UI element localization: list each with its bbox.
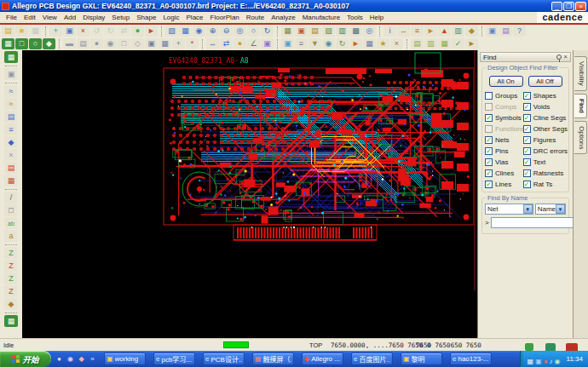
taskbar-task[interactable]: epcb学习... <box>153 353 195 365</box>
pin-icon[interactable] <box>556 54 562 60</box>
tool-window-select[interactable]: ▣ <box>145 38 158 49</box>
tool-copy[interactable]: ▣ <box>63 26 76 37</box>
tool-help[interactable]: ? <box>513 26 526 37</box>
tool-rectangle[interactable]: □ <box>118 38 130 49</box>
tool-new[interactable]: ▤ <box>2 26 14 37</box>
tab-options[interactable]: Options <box>574 121 587 155</box>
menu-place[interactable]: Place <box>183 14 207 21</box>
tool-shape-select[interactable]: ◆ <box>43 38 55 49</box>
filter-functions[interactable]: Functions <box>485 123 523 134</box>
filter-nets[interactable]: ✓Nets <box>485 135 523 145</box>
checkbox[interactable]: ✓ <box>523 125 531 133</box>
tool-zoom-by-points[interactable]: ▧ <box>165 26 178 37</box>
menu-setup[interactable]: Setup <box>108 14 133 21</box>
tool-report2[interactable]: ▥ <box>424 38 437 49</box>
tool-tune-route-4[interactable]: Z <box>4 285 18 297</box>
checkbox[interactable]: ✓ <box>485 158 493 166</box>
checkbox[interactable] <box>485 92 493 100</box>
tool-shape-add-circle[interactable]: ○ <box>29 38 42 49</box>
filter-voids[interactable]: ✓Voids <box>523 101 566 112</box>
taskbar-task[interactable]: ▣黎明 <box>401 353 442 365</box>
antivirus[interactable]: ● <box>544 358 548 365</box>
tool-report3[interactable]: ▦ <box>438 38 451 49</box>
menu-logic[interactable]: Logic <box>159 14 182 21</box>
tool-report1[interactable]: ▤ <box>411 38 424 49</box>
tool-polygon[interactable]: ◇ <box>131 38 144 49</box>
taskbar-task[interactable]: ▣working <box>104 353 146 365</box>
filter-groups[interactable]: Groups <box>485 90 523 100</box>
tool-add-text[interactable]: ab <box>4 217 18 229</box>
tool-move[interactable]: + <box>49 26 62 37</box>
tool-open[interactable]: ■ <box>15 26 28 37</box>
tool-zoom-in[interactable]: ⊕ <box>206 26 219 37</box>
tool-swatches[interactable]: ▤ <box>308 26 321 37</box>
tool-add-line[interactable]: / <box>4 192 18 204</box>
tool-tune-route-2[interactable]: Z <box>4 260 18 272</box>
tool-shape-add-rect[interactable]: □ <box>15 38 28 49</box>
overflow-chevron-icon[interactable]: » <box>88 354 97 364</box>
taskbar-task[interactable]: ▦触摸屏（... <box>252 353 294 365</box>
tool-flag[interactable]: ► <box>349 38 362 49</box>
checkbox[interactable]: ✓ <box>485 147 493 155</box>
tool-dimension[interactable]: ⇄ <box>220 38 233 49</box>
tab-find[interactable]: Find <box>574 94 587 118</box>
taskbar-task[interactable]: e百度图片... <box>351 353 393 365</box>
menu-tools[interactable]: Tools <box>343 14 366 21</box>
filter-cline-segs[interactable]: ✓Cline Segs <box>523 112 566 123</box>
design-canvas[interactable]: EV64240_82371_A0- A8 <box>22 50 477 338</box>
messenger-icon[interactable]: ● <box>55 354 64 364</box>
volume[interactable]: ♪ <box>550 358 553 365</box>
tool-unplace[interactable]: ▼ <box>308 38 321 49</box>
tool-sketch-route[interactable]: ≈ <box>4 98 18 110</box>
checkbox[interactable]: ✓ <box>485 114 493 122</box>
checkbox[interactable]: ✓ <box>523 92 531 100</box>
media-player-icon[interactable]: ◉ <box>66 354 75 364</box>
tool-color-grid[interactable]: ▦ <box>4 175 18 186</box>
filter-rat-ts[interactable]: ✓Rat Ts <box>523 179 566 189</box>
tool-verify[interactable]: ✓ <box>452 38 464 49</box>
tool-markup[interactable]: ► <box>465 38 478 49</box>
checkbox[interactable]: ✓ <box>485 169 493 177</box>
tool-copy-stack[interactable]: ▣ <box>486 26 499 37</box>
security-shield[interactable]: ▣ <box>535 358 542 365</box>
tool-tune-route-1[interactable]: Z <box>4 247 18 259</box>
all-on-button[interactable]: All On <box>489 76 523 87</box>
tool-shadow-mode[interactable]: ▨ <box>322 26 335 37</box>
tool-shape-add[interactable]: ▦ <box>2 38 14 49</box>
checkbox[interactable]: ✓ <box>523 136 531 144</box>
tool-zoom-center[interactable]: ○ <box>247 26 260 37</box>
tool-zoom-fit[interactable]: ▦ <box>179 26 192 37</box>
checkbox[interactable]: ✓ <box>485 136 493 144</box>
tool-delete[interactable]: × <box>77 26 89 37</box>
tool-etch-edit[interactable]: ≡ <box>295 38 308 49</box>
tool-slide-tool[interactable]: × <box>4 149 18 161</box>
tool-delay-tune[interactable]: ◆ <box>4 298 18 310</box>
tool-pulse[interactable]: ≡ <box>4 123 18 135</box>
tool-slide[interactable]: ▬ <box>63 38 76 49</box>
tool-arc[interactable]: ◉ <box>104 38 117 49</box>
checkbox[interactable]: ✓ <box>523 114 531 122</box>
tool-cross-probe[interactable]: × <box>390 38 403 49</box>
close-button[interactable]: × <box>575 2 586 11</box>
tool-show-measure[interactable]: ↔ <box>397 26 410 37</box>
menu-display[interactable]: Display <box>79 14 108 21</box>
filter-lines[interactable]: ✓Lines <box>485 179 523 189</box>
checkbox[interactable]: ✓ <box>523 181 531 188</box>
filter-pins[interactable]: ✓Pins <box>485 146 523 156</box>
restore-button[interactable]: ❐ <box>563 2 574 11</box>
filter-text[interactable]: ✓Text <box>523 157 566 167</box>
tool-edit-text[interactable]: a <box>4 230 18 242</box>
tool-highlight-bus[interactable]: ≡ <box>411 26 424 37</box>
tool-frame[interactable]: ▦ <box>159 38 171 49</box>
tool-tune-route-3[interactable]: Z <box>4 272 18 284</box>
tool-mirror[interactable]: ⇄ <box>118 26 130 37</box>
filter-clines[interactable]: ✓Clines <box>485 168 523 178</box>
tool-zoom-world[interactable]: ◎ <box>233 26 246 37</box>
tool-angle[interactable]: ∠ <box>247 38 260 49</box>
tool-group-edit[interactable]: ▣ <box>281 38 294 49</box>
tool-circle[interactable]: ● <box>90 38 103 49</box>
menu-floorplan[interactable]: FloorPlan <box>207 14 243 21</box>
tool-padstack[interactable]: ▣ <box>4 68 18 80</box>
menu-analyze[interactable]: Analyze <box>268 14 298 21</box>
tool-custom-smooth[interactable]: ▤ <box>4 111 18 123</box>
